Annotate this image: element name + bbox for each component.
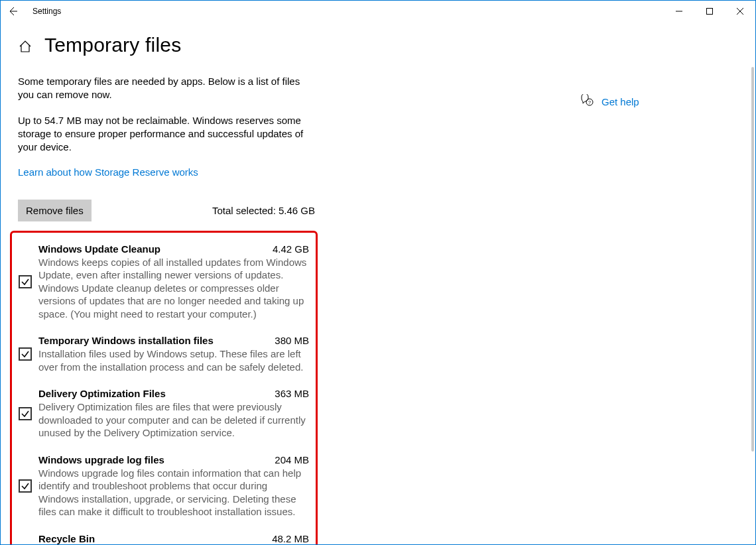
svg-text:?: ? xyxy=(588,100,591,105)
list-item[interactable]: Delivery Optimization Files363 MB Delive… xyxy=(19,383,309,449)
side-panel: ? Get help xyxy=(571,22,755,544)
item-title: Temporary Windows installation files xyxy=(38,335,214,346)
list-item[interactable]: Windows upgrade log files204 MB Windows … xyxy=(19,449,309,528)
remove-files-button[interactable]: Remove files xyxy=(18,200,92,221)
item-title: Recycle Bin xyxy=(38,533,95,544)
item-description: Windows upgrade log files contain inform… xyxy=(38,467,309,518)
get-help-link[interactable]: ? Get help xyxy=(580,94,755,109)
close-button[interactable] xyxy=(725,1,755,22)
intro-text: Some temporary files are needed by apps.… xyxy=(18,75,315,180)
checkbox[interactable] xyxy=(19,347,32,361)
svg-rect-1 xyxy=(707,9,713,15)
item-description: Windows keeps copies of all installed up… xyxy=(38,256,309,321)
scrollbar[interactable] xyxy=(751,67,754,452)
checkbox[interactable] xyxy=(19,275,32,288)
item-size: 380 MB xyxy=(275,335,309,346)
settings-window: Settings Temporary files Some temporary … xyxy=(0,0,756,545)
item-size: 48.2 MB xyxy=(272,533,309,544)
checkbox[interactable] xyxy=(19,407,32,420)
item-description: Installation files used by Windows setup… xyxy=(38,347,309,373)
get-help-label: Get help xyxy=(601,96,639,107)
intro-paragraph-1: Some temporary files are needed by apps.… xyxy=(18,75,315,102)
titlebar: Settings xyxy=(1,1,755,22)
home-icon[interactable] xyxy=(18,39,32,54)
item-size: 204 MB xyxy=(275,454,309,465)
list-item[interactable]: Temporary Windows installation files380 … xyxy=(19,330,309,383)
window-title: Settings xyxy=(32,7,61,16)
total-selected: Total selected: 5.46 GB xyxy=(212,205,315,216)
maximize-button[interactable] xyxy=(694,1,725,22)
back-button[interactable] xyxy=(5,3,21,19)
item-description: Delivery Optimization files are files th… xyxy=(38,400,309,440)
item-title: Windows upgrade log files xyxy=(38,454,164,465)
item-size: 363 MB xyxy=(275,388,309,399)
list-item[interactable]: Recycle Bin48.2 MB The Recycle Bin conta… xyxy=(19,528,309,545)
main-panel: Temporary files Some temporary files are… xyxy=(1,22,571,544)
chat-icon: ? xyxy=(580,94,594,109)
storage-reserve-link[interactable]: Learn about how Storage Reserve works xyxy=(18,166,198,178)
item-title: Delivery Optimization Files xyxy=(38,388,166,399)
intro-paragraph-2: Up to 54.7 MB may not be reclaimable. Wi… xyxy=(18,114,315,154)
checkbox[interactable] xyxy=(19,479,32,493)
list-item[interactable]: Windows Update Cleanup4.42 GB Windows ke… xyxy=(19,238,309,330)
item-size: 4.42 GB xyxy=(273,243,309,255)
page-title: Temporary files xyxy=(44,34,181,56)
temp-files-list: Windows Update Cleanup4.42 GB Windows ke… xyxy=(10,231,318,545)
item-title: Windows Update Cleanup xyxy=(38,243,160,255)
minimize-button[interactable] xyxy=(664,1,694,22)
window-controls xyxy=(664,1,755,22)
